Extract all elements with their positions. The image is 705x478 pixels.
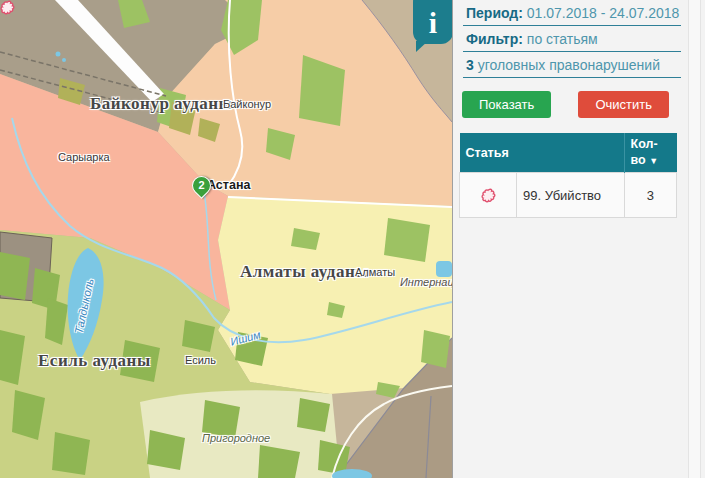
- crime-point-icon[interactable]: [0, 0, 15, 15]
- scrollbar-track[interactable]: [688, 0, 701, 478]
- count-cell: 3: [624, 173, 677, 218]
- map-canvas[interactable]: Байконур ауданы Байконур Сарыарка Алматы…: [0, 0, 452, 478]
- pond: [56, 52, 61, 57]
- area-label-saryarka: Сарыарка: [58, 151, 110, 163]
- district-label-esil: Есиль ауданы: [38, 351, 151, 371]
- period-row: Период: 01.07.2018 - 24.07.2018: [463, 0, 681, 26]
- district-label-almaty: Алматы ауданы: [240, 262, 369, 282]
- column-header-count[interactable]: Кол-во ▼: [624, 133, 677, 173]
- filter-label: Фильтр:: [466, 31, 523, 47]
- murder-splat-icon: [481, 188, 496, 203]
- app-window: Байконур ауданы Байконур Сарыарка Алматы…: [0, 0, 705, 478]
- info-button[interactable]: i: [413, 0, 452, 44]
- table-row[interactable]: 99. Убийство 3: [460, 173, 677, 218]
- info-icon: i: [429, 6, 437, 39]
- filter-panel: Период: 01.07.2018 - 24.07.2018 Фильтр: …: [452, 0, 705, 478]
- actions-row: Показать Очистить: [453, 78, 705, 118]
- map-regions[interactable]: [0, 0, 452, 478]
- sort-desc-icon[interactable]: ▼: [649, 156, 658, 166]
- article-icon-cell: [460, 173, 517, 218]
- period-label: Период:: [466, 5, 523, 21]
- filter-row: Фильтр: по статьям: [463, 26, 681, 52]
- results-table: Статья Кол-во ▼ 99. Убийство 3: [459, 133, 677, 218]
- district-label-baikonur: Байконур ауданы: [90, 94, 232, 114]
- filter-value: по статьям: [527, 31, 598, 47]
- column-header-article[interactable]: Статья: [460, 133, 625, 173]
- village-label-prigorodnoe: Пригородное: [202, 432, 270, 444]
- count-text: уголовных правонарушений: [478, 57, 660, 73]
- pond: [436, 261, 452, 277]
- count-row: 3 уголовных правонарушений: [463, 52, 681, 78]
- count-value: 3: [466, 57, 474, 73]
- city-label-baikonur: Байконур: [223, 98, 271, 110]
- area-label-international: Интернацио: [400, 276, 452, 288]
- table-header-row: Статья Кол-во ▼: [460, 133, 677, 173]
- pond: [62, 58, 66, 62]
- city-label-almaty: Алматы: [355, 266, 395, 278]
- article-cell: 99. Убийство: [517, 173, 625, 218]
- show-button[interactable]: Показать: [462, 91, 551, 118]
- period-value: 01.07.2018 - 24.07.2018: [527, 5, 680, 21]
- city-label-esil: Есиль: [185, 354, 216, 366]
- marker-count: 2: [193, 177, 210, 194]
- clear-button[interactable]: Очистить: [578, 91, 669, 118]
- capital-label-astana: Астана: [207, 178, 250, 192]
